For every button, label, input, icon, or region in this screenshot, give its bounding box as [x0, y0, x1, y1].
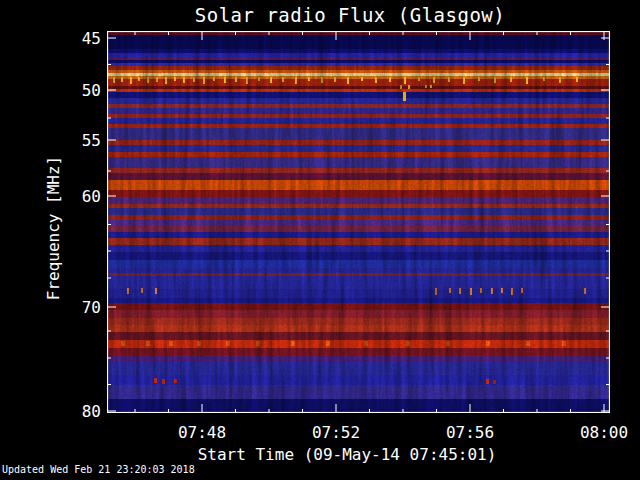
noise-grain-overlay — [107, 31, 610, 413]
y-tick-label: 50 — [82, 81, 101, 100]
y-tick-label: 55 — [82, 131, 101, 150]
y-tick-label: 45 — [82, 29, 101, 48]
x-tick-label: 07:56 — [446, 423, 494, 442]
chart-title: Solar radio Flux (Glasgow) — [195, 4, 505, 26]
spectrogram-plot — [107, 31, 610, 413]
updated-timestamp: Updated Wed Feb 21 23:20:03 2018 — [2, 464, 195, 475]
x-tick-label: 08:00 — [580, 423, 628, 442]
screenshot-root: Solar radio Flux (Glasgow) Frequency [MH… — [0, 0, 640, 480]
x-tick-label: 07:48 — [178, 423, 226, 442]
spectrogram-svg — [107, 31, 610, 413]
y-axis-title: Frequency [MHz] — [44, 156, 63, 301]
y-tick-label: 60 — [82, 187, 101, 206]
x-axis-title: Start Time (09-May-14 07:45:01) — [198, 445, 497, 464]
x-tick-label: 07:52 — [312, 423, 360, 442]
y-tick-label: 70 — [82, 298, 101, 317]
y-tick-label: 80 — [82, 402, 101, 421]
